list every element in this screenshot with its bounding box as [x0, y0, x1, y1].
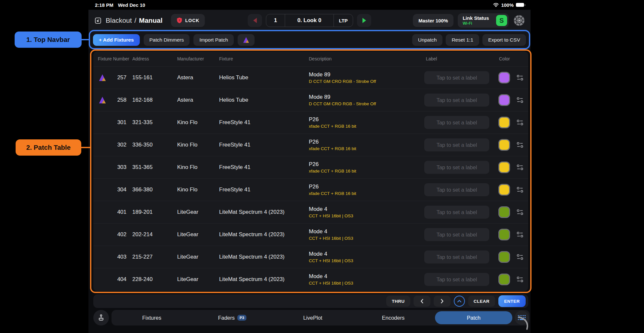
prev-button[interactable] [414, 296, 430, 307]
master-label: Master 100% [418, 18, 448, 23]
color-swatch[interactable] [498, 229, 510, 240]
export-csv-button[interactable]: Export to CSV [482, 34, 526, 46]
table-row[interactable]: 404 228-240 LiteGear LiteMat Spectrum 4 … [93, 268, 528, 290]
color-swatch[interactable] [498, 251, 510, 263]
tab-faders[interactable]: Faders P3 [192, 310, 273, 326]
joystick-icon [97, 314, 105, 322]
table-row[interactable]: 401 189-201 LiteGear LiteMat Spectrum 4 … [93, 201, 528, 223]
settings-wheel-icon[interactable] [513, 14, 525, 27]
lock-shield-icon [177, 17, 182, 24]
master-level-button[interactable]: Master 100% [413, 14, 453, 27]
description-mode: Mode 4 [309, 251, 353, 257]
color-swatch[interactable] [498, 117, 510, 128]
col-fixture: Fixture [219, 56, 233, 61]
collapse-keypad-button[interactable] [454, 296, 465, 307]
col-label: Label [426, 56, 437, 61]
address-cell: 336-350 [132, 142, 152, 148]
link-status-button[interactable]: Link Status Wi-Fi S [458, 13, 509, 28]
table-row[interactable]: 402 202-214 LiteGear LiteMat Spectrum 4 … [93, 223, 528, 246]
table-row[interactable]: 403 215-227 LiteGear LiteMat Spectrum 4 … [93, 246, 528, 268]
label-input[interactable]: Tap to set a label [424, 183, 489, 196]
color-swatch[interactable] [498, 72, 510, 83]
table-row[interactable]: 303 351-365 Kino Flo FreeStyle 41 P26 xf… [93, 156, 528, 178]
tab-patch[interactable]: Patch [433, 310, 514, 326]
cue-mode[interactable]: LTP [334, 14, 353, 27]
row-options-icon[interactable] [513, 116, 526, 129]
table-row[interactable]: 257 155-161 Astera Helios Tube Mode 89 D… [93, 66, 528, 89]
col-color: Color [499, 56, 510, 61]
row-options-icon[interactable] [513, 206, 526, 219]
next-button[interactable] [434, 296, 451, 307]
fixture-cell: LiteMat Spectrum 4 (2023) [219, 209, 284, 215]
clear-button[interactable]: CLEAR [468, 296, 495, 307]
row-options-icon[interactable] [513, 71, 526, 84]
cue-back-button[interactable] [248, 14, 262, 27]
color-swatch[interactable] [498, 206, 510, 218]
color-swatch[interactable] [498, 184, 510, 196]
table-row[interactable]: 304 366-380 Kino Flo FreeStyle 41 P26 xf… [93, 178, 528, 201]
row-options-icon[interactable] [513, 250, 526, 263]
description-mode: P26 [309, 116, 356, 123]
patch-dimmers-button[interactable]: Patch Dimmers [144, 34, 190, 46]
label-input[interactable]: Tap to set a label [424, 228, 489, 241]
thru-button[interactable]: THRU [386, 296, 410, 307]
label-input[interactable]: Tap to set a label [424, 138, 489, 151]
description-profile: CCT + HSI 16bit | OS3 [309, 258, 353, 263]
joystick-button[interactable] [93, 310, 109, 326]
color-swatch[interactable] [498, 274, 510, 285]
tab-liveplot[interactable]: LivePlot [272, 310, 353, 326]
address-cell: 321-335 [132, 119, 152, 126]
description-profile: xfade CCT + RGB 16 bit [309, 191, 356, 196]
annotation-connector-patch-table [81, 147, 91, 148]
row-options-icon[interactable] [513, 228, 526, 241]
reset-button[interactable]: Reset 1:1 [446, 34, 479, 46]
description-cell: Mode 4 CCT + HSI 16bit | OS3 [309, 273, 353, 286]
table-row[interactable]: 301 321-335 Kino Flo FreeStyle 41 P26 xf… [93, 111, 528, 134]
fixture-number-cell: 303 [106, 164, 126, 171]
row-options-icon[interactable] [513, 161, 526, 174]
cue-play-button[interactable] [357, 14, 371, 27]
project-icon[interactable] [94, 17, 102, 24]
color-swatch[interactable] [498, 139, 510, 151]
annotation-label-navbar: 1. Top Navbar [15, 32, 82, 48]
table-row[interactable]: 258 162-168 Astera Helios Tube Mode 89 D… [93, 89, 528, 111]
label-input[interactable]: Tap to set a label [424, 116, 489, 129]
cue-name[interactable]: 0. Look 0 [285, 14, 334, 27]
label-input[interactable]: Tap to set a label [424, 94, 489, 107]
row-options-icon[interactable] [513, 273, 526, 286]
description-profile: D CCT GM CRO RGB - Strobe Off [309, 101, 376, 106]
unpatch-button[interactable]: Unpatch [412, 34, 443, 46]
row-options-icon[interactable] [513, 138, 526, 151]
row-options-icon[interactable] [513, 183, 526, 196]
cue-display[interactable]: 1 0. Look 0 LTP [266, 14, 353, 27]
add-fixtures-button[interactable]: + Add Fixtures [93, 34, 140, 46]
label-input[interactable]: Tap to set a label [424, 71, 489, 84]
tab-fixtures[interactable]: Fixtures [112, 310, 192, 326]
fixture-cell: FreeStyle 41 [219, 186, 250, 193]
color-swatch[interactable] [498, 94, 510, 106]
chevron-left-icon [420, 299, 424, 304]
label-input[interactable]: Tap to set a label [424, 161, 489, 174]
table-row[interactable]: 302 336-350 Kino Flo FreeStyle 41 P26 xf… [93, 134, 528, 156]
label-input[interactable]: Tap to set a label [424, 250, 489, 263]
tab-encoders[interactable]: Encoders [353, 310, 434, 326]
manufacturer-cell: Astera [177, 97, 193, 103]
link-badge: S [496, 15, 507, 26]
enter-button[interactable]: ENTER [498, 295, 526, 307]
fixture-number-cell: 258 [106, 97, 126, 103]
manufacturer-cell: Kino Flo [177, 119, 197, 126]
import-patch-button[interactable]: Import Patch [193, 34, 234, 46]
label-input[interactable]: Tap to set a label [424, 273, 489, 286]
label-input[interactable]: Tap to set a label [424, 206, 489, 219]
lock-button[interactable]: LOCK [171, 14, 205, 27]
astera-button[interactable] [238, 34, 255, 46]
row-options-icon[interactable] [513, 94, 526, 107]
fixture-number-cell: 402 [106, 231, 126, 238]
color-swatch[interactable] [498, 161, 510, 173]
tab-patch-pill[interactable]: Patch [435, 311, 512, 324]
command-line-bar[interactable]: THRU CLEAR ENTER [93, 294, 528, 308]
cue-index[interactable]: 1 [266, 14, 285, 27]
patch-table-header: Fixture Number Address Manufacturer Fixt… [93, 51, 528, 66]
manufacturer-cell: Astera [177, 74, 193, 81]
annotation-label-patch-table: 2. Patch Table [16, 139, 81, 156]
